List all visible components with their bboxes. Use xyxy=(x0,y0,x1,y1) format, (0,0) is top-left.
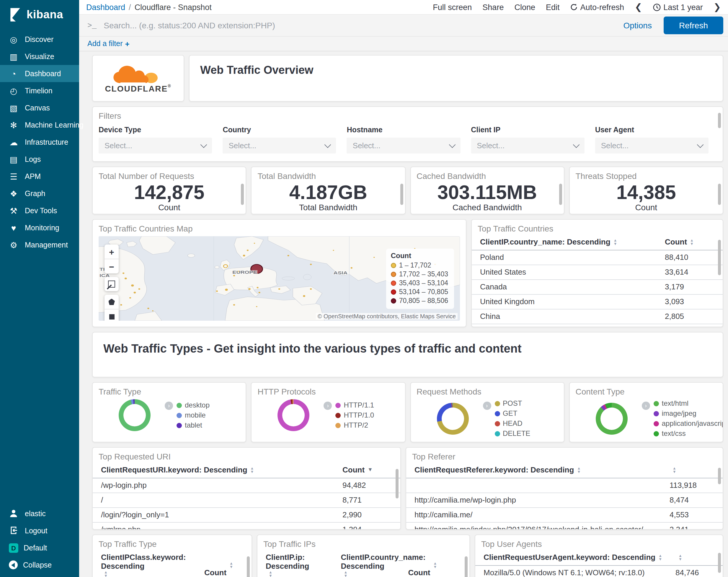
map-point[interactable] xyxy=(233,304,235,306)
map-point[interactable] xyxy=(152,310,154,311)
column-header[interactable]: Count xyxy=(408,553,464,577)
legend-item[interactable]: tablet xyxy=(177,421,210,429)
legend-toggle-icon[interactable]: › xyxy=(324,402,332,410)
map-point[interactable] xyxy=(243,255,245,257)
filter-select[interactable]: Select... xyxy=(471,137,584,154)
scrollbar[interactable] xyxy=(718,184,721,205)
map-point[interactable] xyxy=(373,257,375,258)
sidebar-item[interactable]: ◎ Discover xyxy=(0,31,79,48)
sidebar-item[interactable]: ☁ Infrastructure xyxy=(0,133,79,151)
column-header[interactable]: ClientIPClass.keyword: Descending xyxy=(101,553,204,577)
scrollbar[interactable] xyxy=(241,184,244,205)
sort-desc-icon[interactable] xyxy=(367,466,373,474)
sort-icon[interactable] xyxy=(577,467,581,473)
legend-item[interactable]: text/css xyxy=(654,429,724,437)
sidebar-item-logout[interactable]: Logout xyxy=(0,522,79,539)
scrollbar[interactable] xyxy=(247,556,250,577)
sort-icon[interactable] xyxy=(658,554,662,560)
donut-chart[interactable] xyxy=(437,402,468,434)
time-picker-button[interactable]: Last 1 year xyxy=(653,3,703,11)
sort-icon[interactable] xyxy=(344,571,348,577)
column-header[interactable]: ClientRequestURI.keyword: Descending xyxy=(101,466,342,474)
legend-item[interactable]: HEAD xyxy=(494,419,530,428)
legend-toggle-icon[interactable]: › xyxy=(165,402,173,410)
sort-icon[interactable] xyxy=(690,239,694,245)
column-header[interactable] xyxy=(675,553,717,562)
clone-button[interactable]: Clone xyxy=(514,3,535,11)
map-point[interactable] xyxy=(310,264,312,265)
sidebar-item[interactable]: ◴ Timelion xyxy=(0,82,79,99)
zoom-out-button[interactable]: − xyxy=(104,259,119,273)
map-point[interactable] xyxy=(147,308,149,309)
legend-item[interactable]: POST xyxy=(494,399,530,407)
polygon-tool-button[interactable] xyxy=(104,295,119,309)
legend-item[interactable]: text/html xyxy=(654,399,724,407)
map-point[interactable] xyxy=(233,275,235,276)
legend-item[interactable]: HTTP/2 xyxy=(336,421,374,429)
scrollbar[interactable] xyxy=(559,184,562,205)
scrollbar[interactable] xyxy=(396,469,398,498)
map-point[interactable] xyxy=(303,295,305,297)
sidebar-item[interactable]: ⚒ Dev Tools xyxy=(0,202,79,219)
scrollbar[interactable] xyxy=(718,240,721,275)
map-point[interactable] xyxy=(256,306,257,307)
legend-item[interactable]: mobile xyxy=(177,411,210,419)
sidebar-item[interactable]: ▤ Logs xyxy=(0,151,79,168)
auto-refresh-button[interactable]: Auto-refresh xyxy=(570,3,624,11)
map-point[interactable] xyxy=(216,291,218,292)
scrollbar[interactable] xyxy=(718,113,721,128)
map-point[interactable] xyxy=(138,288,140,290)
sort-icon[interactable] xyxy=(269,571,272,577)
map-point[interactable] xyxy=(288,255,289,256)
donut-chart[interactable] xyxy=(596,402,628,434)
scrollbar[interactable] xyxy=(718,468,721,484)
map-point[interactable] xyxy=(225,289,228,291)
options-button[interactable]: Options xyxy=(623,21,652,30)
map-attribution[interactable]: © OpenStreetMap contributors, Elastic Ma… xyxy=(316,313,458,320)
column-header[interactable]: ClientRequestUserAgent.keyword: Descendi… xyxy=(484,553,675,562)
map-point[interactable] xyxy=(259,292,260,293)
kibana-logo[interactable]: kibana xyxy=(0,0,79,31)
donut-chart[interactable] xyxy=(278,399,310,431)
sidebar-item[interactable]: ⚙ Management xyxy=(0,236,79,253)
map-point[interactable] xyxy=(254,243,255,244)
sidebar-item[interactable]: ✻ Machine Learning xyxy=(0,116,79,133)
legend-item[interactable]: image/jpeg xyxy=(654,409,724,418)
legend-item[interactable]: desktop xyxy=(177,401,210,409)
column-header[interactable]: ClientRequestReferer.keyword: Descending xyxy=(415,466,670,474)
sort-icon[interactable] xyxy=(614,239,617,245)
column-header[interactable]: ClientIP.ip: Descending xyxy=(266,553,341,577)
sidebar-item[interactable]: ❖ Graph xyxy=(0,185,79,202)
column-header[interactable]: ClientIP.country_name: Descending xyxy=(480,237,665,246)
map-point[interactable] xyxy=(257,287,259,288)
edit-button[interactable]: Edit xyxy=(546,3,560,11)
refresh-button[interactable]: Refresh xyxy=(664,17,723,34)
donut-chart[interactable] xyxy=(119,399,151,431)
scrollbar[interactable] xyxy=(718,553,721,573)
sidebar-item[interactable]: ♥ Monitoring xyxy=(0,219,79,236)
legend-item[interactable]: HTTP/1.0 xyxy=(336,411,374,419)
add-filter-button[interactable]: Add a filter xyxy=(87,40,123,48)
map-point[interactable] xyxy=(248,288,251,290)
map-point[interactable] xyxy=(278,288,280,290)
sort-icon[interactable] xyxy=(250,467,254,473)
rectangle-tool-button[interactable] xyxy=(104,309,119,321)
filter-select[interactable]: Select... xyxy=(595,137,708,154)
sidebar-item-collapse[interactable]: Collapse xyxy=(0,556,79,574)
search-input[interactable] xyxy=(102,20,617,31)
map-point[interactable] xyxy=(125,278,127,279)
scrollbar[interactable] xyxy=(400,184,403,205)
sort-icon[interactable] xyxy=(104,571,108,577)
filter-select[interactable]: Select... xyxy=(99,137,212,154)
legend-item[interactable]: HTTP/1.1 xyxy=(336,401,374,409)
map-point[interactable] xyxy=(123,273,124,274)
map-point[interactable] xyxy=(310,288,312,290)
sort-icon[interactable] xyxy=(229,562,233,568)
breadcrumb-root[interactable]: Dashboard xyxy=(86,3,125,11)
column-header[interactable] xyxy=(670,466,717,474)
column-header[interactable]: ClientIP.country_name: Descending xyxy=(341,553,408,577)
legend-item[interactable]: DELETE xyxy=(494,429,530,437)
world-map[interactable]: TH ICA EUROPE ASIA + − xyxy=(99,236,460,321)
plus-icon[interactable]: + xyxy=(125,39,130,48)
filter-select[interactable]: Select... xyxy=(347,137,460,154)
